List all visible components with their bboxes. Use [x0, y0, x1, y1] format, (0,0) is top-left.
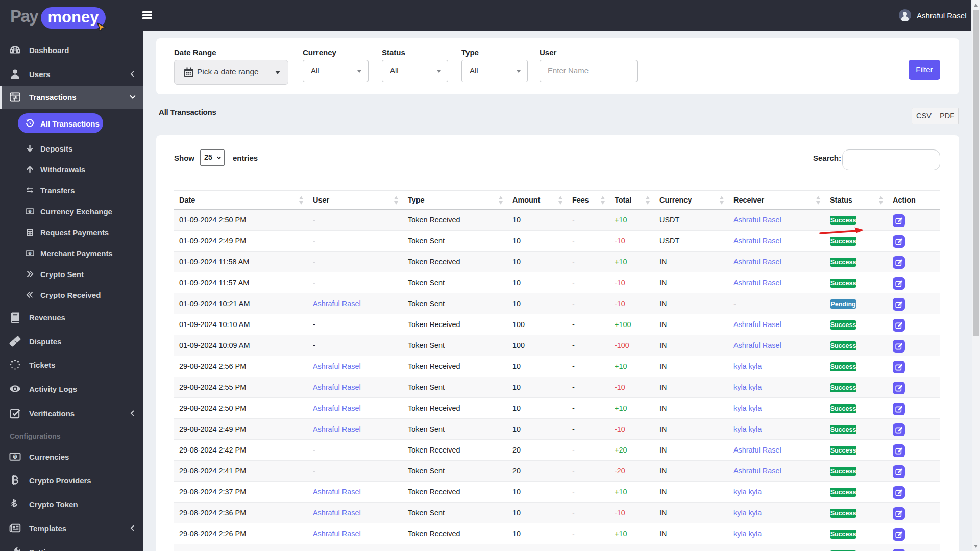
svg-text:1: 1 [29, 251, 31, 255]
svg-text:1: 1 [29, 209, 31, 213]
svg-text:1: 1 [14, 454, 16, 459]
